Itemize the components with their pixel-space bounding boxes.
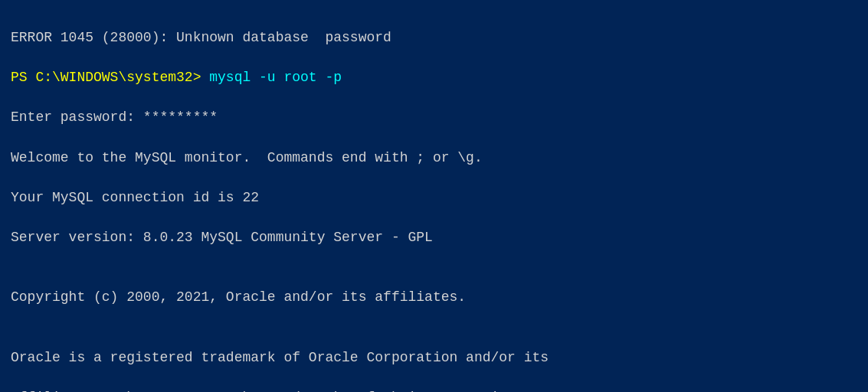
server-version: Server version: 8.0.23 MySQL Community S… [11,227,857,247]
password-line: Enter password: ********* [11,107,857,127]
welcome-line: Welcome to the MySQL monitor. Commands e… [11,148,857,168]
copyright: Copyright (c) 2000, 2021, Oracle and/or … [11,287,857,307]
terminal-window[interactable]: ERROR 1045 (28000): Unknown database pas… [11,8,857,384]
ps-prompt-1: PS C:\WINDOWS\system32> mysql -u root -p [11,67,857,87]
error-line: ERROR 1045 (28000): Unknown database pas… [11,28,857,47]
empty-line [11,267,857,287]
oracle-trademark-2: affiliates. Other names may be trademark… [11,387,857,392]
connection-id: Your MySQL connection id is 22 [11,188,857,207]
empty-line [11,328,857,348]
oracle-trademark-1: Oracle is a registered trademark of Orac… [11,348,857,368]
